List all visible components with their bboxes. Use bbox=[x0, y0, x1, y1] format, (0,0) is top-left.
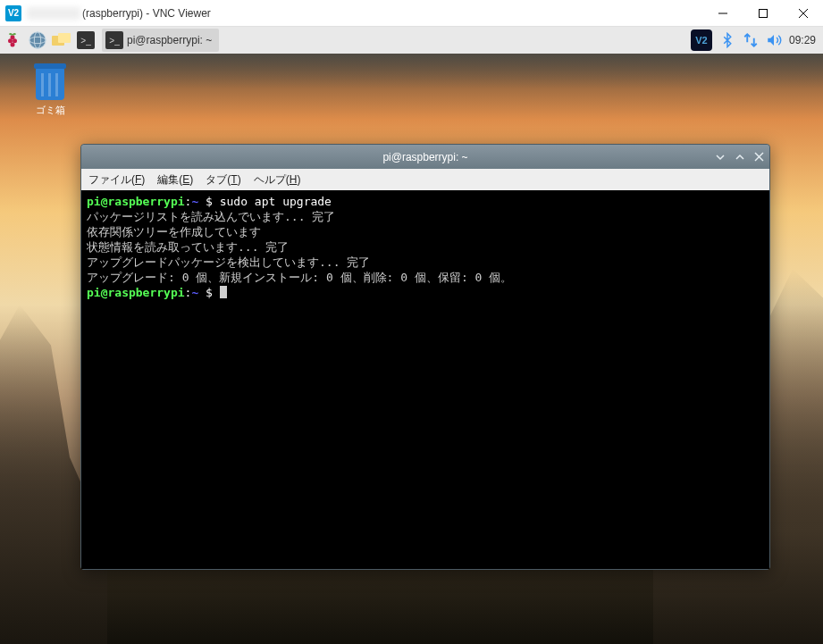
taskbar-window-terminal[interactable]: >_ pi@raspberrypi: ~ bbox=[102, 29, 219, 52]
menu-help[interactable]: ヘルプ(H) bbox=[254, 172, 301, 188]
terminal-title-bar[interactable]: pi@raspberrypi: ~ bbox=[81, 145, 769, 169]
pi-taskbar: >_ >_ pi@raspberrypi: ~ V2 09:29 bbox=[0, 27, 823, 54]
vnc-server-tray-icon[interactable]: V2 bbox=[691, 29, 712, 51]
menu-edit[interactable]: 編集(E) bbox=[157, 172, 193, 188]
terminal-minimize-button[interactable] bbox=[715, 152, 726, 163]
terminal-launcher-button[interactable]: >_ bbox=[75, 29, 100, 52]
svg-point-5 bbox=[13, 38, 17, 43]
svg-rect-1 bbox=[759, 10, 767, 18]
windows-title-bar: V2 (raspberrypi) - VNC Viewer bbox=[0, 0, 823, 27]
obscured-ip bbox=[27, 7, 80, 20]
taskbar-window-title: pi@raspberrypi: ~ bbox=[127, 34, 212, 46]
bluetooth-tray-icon[interactable] bbox=[719, 32, 735, 48]
pi-menu-button[interactable] bbox=[0, 29, 25, 52]
terminal-content[interactable]: pi@raspberrypi:~ $ sudo apt upgrade パッケー… bbox=[81, 190, 769, 569]
menu-file[interactable]: ファイル(F) bbox=[88, 172, 145, 188]
maximize-button[interactable] bbox=[743, 0, 783, 27]
trash-icon bbox=[36, 68, 64, 100]
terminal-icon: >_ bbox=[77, 31, 95, 49]
minimize-button[interactable] bbox=[702, 0, 743, 27]
browser-button[interactable] bbox=[25, 29, 50, 52]
trash-label: ゴミ箱 bbox=[23, 104, 77, 117]
terminal-window: pi@raspberrypi: ~ ファイル(F) 編集(E) タブ(T) ヘル… bbox=[80, 144, 770, 570]
globe-icon bbox=[28, 30, 47, 50]
folders-icon bbox=[52, 31, 73, 49]
terminal-maximize-button[interactable] bbox=[735, 152, 745, 163]
volume-tray-icon[interactable] bbox=[766, 32, 782, 48]
svg-point-4 bbox=[8, 38, 13, 43]
svg-point-7 bbox=[11, 43, 15, 47]
terminal-cursor bbox=[220, 286, 227, 298]
terminal-title-text: pi@raspberrypi: ~ bbox=[382, 151, 467, 163]
terminal-menu-bar: ファイル(F) 編集(E) タブ(T) ヘルプ(H) bbox=[81, 169, 769, 190]
taskbar-clock[interactable]: 09:29 bbox=[789, 34, 816, 46]
raspberry-icon bbox=[4, 31, 21, 49]
svg-point-6 bbox=[11, 35, 15, 39]
window-title: (raspberrypi) - VNC Viewer bbox=[82, 7, 211, 20]
svg-rect-13 bbox=[58, 33, 71, 43]
menu-tabs[interactable]: タブ(T) bbox=[206, 172, 240, 188]
desktop-trash-icon[interactable]: ゴミ箱 bbox=[23, 68, 77, 117]
terminal-icon: >_ bbox=[105, 31, 123, 49]
network-tray-icon[interactable] bbox=[743, 32, 759, 48]
terminal-close-button[interactable] bbox=[754, 152, 764, 162]
remote-desktop: >_ >_ pi@raspberrypi: ~ V2 09:29 ゴミ箱 bbox=[0, 27, 823, 644]
vnc-viewer-icon: V2 bbox=[5, 5, 21, 21]
close-button[interactable] bbox=[783, 0, 823, 27]
file-manager-button[interactable] bbox=[50, 29, 75, 52]
